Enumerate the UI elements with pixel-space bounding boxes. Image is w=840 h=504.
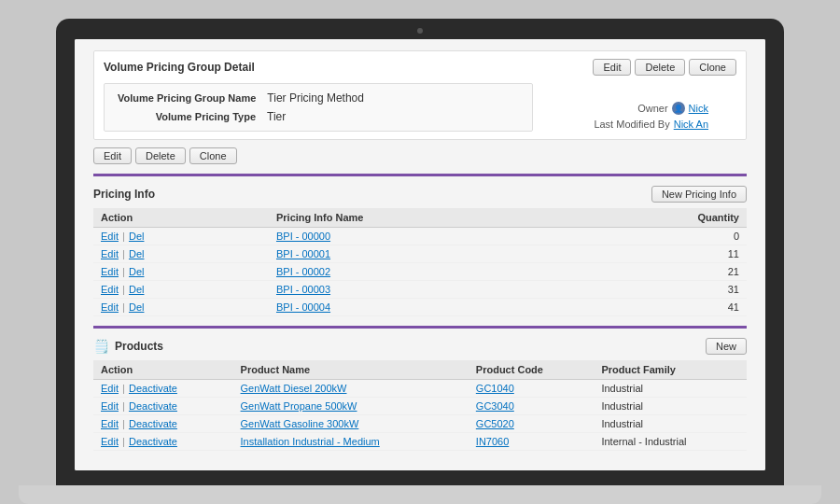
col-name: Pricing Info Name bbox=[269, 208, 577, 228]
product-code-link[interactable]: GC1040 bbox=[476, 383, 514, 394]
top-button-group: Edit Delete Clone bbox=[593, 59, 736, 76]
new-pricing-info-button[interactable]: New Pricing Info bbox=[651, 186, 747, 203]
quantity-cell: 41 bbox=[577, 299, 747, 316]
product-deactivate-link[interactable]: Deactivate bbox=[129, 383, 177, 394]
laptop-frame: Volume Pricing Group Detail Edit Delete … bbox=[56, 19, 784, 485]
products-table: Action Product Name Product Code Product… bbox=[93, 360, 747, 451]
quantity-cell: 11 bbox=[577, 245, 747, 263]
edit-link[interactable]: Edit bbox=[101, 266, 119, 277]
pricing-name-cell: BPI - 00003 bbox=[269, 281, 577, 299]
product-family-cell: Industrial bbox=[594, 415, 747, 433]
product-code-link[interactable]: IN7060 bbox=[476, 436, 509, 447]
del-link[interactable]: Del bbox=[129, 231, 145, 242]
screen-content: Volume Pricing Group Detail Edit Delete … bbox=[75, 39, 765, 470]
col-quantity: Quantity bbox=[577, 208, 747, 228]
product-deactivate-link[interactable]: Deactivate bbox=[129, 436, 177, 447]
product-name-cell: GenWatt Propane 500kW bbox=[233, 398, 469, 415]
product-deactivate-link[interactable]: Deactivate bbox=[129, 418, 177, 429]
table-row: Edit | Del BPI - 00004 41 bbox=[93, 299, 747, 316]
products-section-header: 🗒️ Products New bbox=[93, 338, 747, 355]
products-table-header: Action Product Name Product Code Product… bbox=[93, 360, 747, 380]
col-action: Action bbox=[93, 208, 269, 228]
edit-link[interactable]: Edit bbox=[101, 284, 119, 295]
laptop-screen: Volume Pricing Group Detail Edit Delete … bbox=[75, 39, 765, 470]
edit-link[interactable]: Edit bbox=[101, 248, 119, 259]
col-product-code: Product Code bbox=[469, 360, 595, 380]
product-edit-link[interactable]: Edit bbox=[101, 400, 119, 412]
owner-row: Owner 👤 Nick bbox=[594, 102, 708, 115]
table-row: Edit | Del BPI - 00002 21 bbox=[93, 263, 747, 281]
product-edit-link[interactable]: Edit bbox=[101, 418, 119, 429]
del-link[interactable]: Del bbox=[129, 266, 145, 277]
edit-button-top[interactable]: Edit bbox=[593, 59, 631, 76]
products-title-text: Products bbox=[115, 340, 163, 353]
col-product-action: Action bbox=[93, 360, 233, 380]
pricing-name-link[interactable]: BPI - 00001 bbox=[276, 248, 330, 259]
table-row: Edit | Del BPI - 00001 11 bbox=[93, 245, 747, 263]
clone-button-bottom[interactable]: Clone bbox=[189, 147, 237, 164]
del-link[interactable]: Del bbox=[129, 248, 145, 259]
detail-header-title: Volume Pricing Group Detail bbox=[104, 61, 255, 74]
detail-fields: Volume Pricing Group Name Tier Pricing M… bbox=[104, 83, 533, 132]
group-name-label: Volume Pricing Group Name bbox=[118, 92, 267, 104]
new-product-button[interactable]: New bbox=[706, 338, 747, 355]
detail-header: Volume Pricing Group Detail Edit Delete … bbox=[104, 59, 736, 76]
edit-button-bottom[interactable]: Edit bbox=[93, 147, 132, 164]
pricing-type-row: Volume Pricing Type Tier bbox=[118, 110, 519, 123]
table-row: Edit | Del BPI - 00000 0 bbox=[93, 228, 747, 245]
table-row: Edit | Del BPI - 00003 31 bbox=[93, 281, 747, 299]
product-name-link[interactable]: Installation Industrial - Medium bbox=[241, 436, 380, 447]
pricing-info-title: Pricing Info bbox=[93, 188, 155, 201]
del-link[interactable]: Del bbox=[129, 284, 145, 295]
pricing-name-cell: BPI - 00002 bbox=[269, 263, 577, 281]
product-edit-link[interactable]: Edit bbox=[101, 383, 119, 394]
quantity-cell: 31 bbox=[577, 281, 747, 299]
last-modified-row: Last Modified By Nick An bbox=[594, 119, 708, 130]
owner-link[interactable]: Nick bbox=[689, 103, 708, 114]
product-deactivate-link[interactable]: Deactivate bbox=[129, 400, 177, 412]
owner-user-icon: 👤 bbox=[672, 102, 685, 115]
product-action-cell: Edit | Deactivate bbox=[93, 398, 233, 415]
product-code-link[interactable]: GC3040 bbox=[476, 400, 514, 412]
last-modified-link[interactable]: Nick An bbox=[674, 119, 708, 130]
product-name-link[interactable]: GenWatt Propane 500kW bbox=[241, 400, 357, 412]
product-name-link[interactable]: GenWatt Gasoline 300kW bbox=[241, 418, 359, 429]
delete-button-bottom[interactable]: Delete bbox=[135, 147, 186, 164]
divider-pricing bbox=[93, 174, 747, 176]
owner-label: Owner bbox=[637, 103, 667, 114]
laptop-base bbox=[19, 485, 821, 504]
pricing-type-label: Volume Pricing Type bbox=[118, 111, 267, 122]
quantity-cell: 21 bbox=[577, 263, 747, 281]
products-icon: 🗒️ bbox=[93, 339, 109, 354]
pricing-name-link[interactable]: BPI - 00002 bbox=[276, 266, 330, 277]
product-code-cell: GC5020 bbox=[469, 415, 595, 433]
product-family-cell: Industrial bbox=[594, 380, 747, 398]
product-edit-link[interactable]: Edit bbox=[101, 436, 119, 447]
clone-button-top[interactable]: Clone bbox=[689, 59, 736, 76]
pricing-info-table: Action Pricing Info Name Quantity Edit |… bbox=[93, 208, 747, 316]
edit-link[interactable]: Edit bbox=[101, 301, 119, 313]
product-action-cell: Edit | Deactivate bbox=[93, 433, 233, 451]
pricing-info-title-text: Pricing Info bbox=[93, 188, 155, 201]
product-name-link[interactable]: GenWatt Diesel 200kW bbox=[241, 383, 347, 394]
last-modified-label: Last Modified By bbox=[594, 119, 669, 130]
table-row: Edit | Deactivate Installation Industria… bbox=[93, 433, 747, 451]
pricing-name-link[interactable]: BPI - 00004 bbox=[276, 301, 330, 313]
edit-link[interactable]: Edit bbox=[101, 231, 119, 242]
product-name-cell: GenWatt Gasoline 300kW bbox=[233, 415, 469, 433]
pricing-name-link[interactable]: BPI - 00003 bbox=[276, 284, 330, 295]
product-name-cell: GenWatt Diesel 200kW bbox=[233, 380, 469, 398]
delete-button-top[interactable]: Delete bbox=[635, 59, 685, 76]
divider-products bbox=[93, 326, 747, 329]
product-name-cell: Installation Industrial - Medium bbox=[233, 433, 469, 451]
pricing-name-cell: BPI - 00001 bbox=[269, 245, 577, 263]
quantity-cell: 0 bbox=[577, 228, 747, 245]
pricing-name-cell: BPI - 00004 bbox=[269, 299, 577, 316]
product-code-link[interactable]: GC5020 bbox=[476, 418, 514, 429]
table-row: Edit | Deactivate GenWatt Gasoline 300kW… bbox=[93, 415, 747, 433]
del-link[interactable]: Del bbox=[129, 301, 145, 313]
group-name-row: Volume Pricing Group Name Tier Pricing M… bbox=[118, 91, 519, 105]
pricing-info-table-header: Action Pricing Info Name Quantity bbox=[93, 208, 747, 228]
pricing-name-link[interactable]: BPI - 00000 bbox=[276, 231, 330, 242]
group-name-value: Tier Pricing Method bbox=[267, 91, 364, 105]
